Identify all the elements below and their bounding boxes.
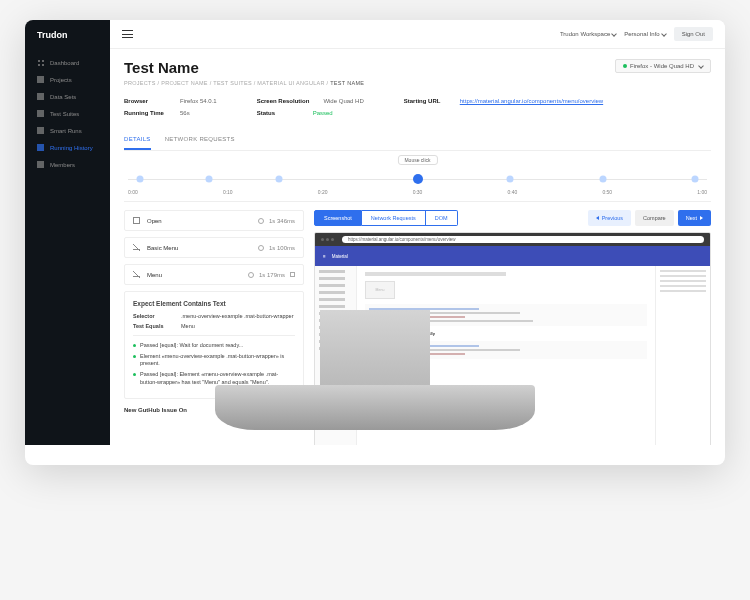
compare-button[interactable]: Compare xyxy=(635,210,674,226)
nav-running-history[interactable]: Running History xyxy=(25,139,110,156)
breadcrumb: PROJECTS / PROJECT NAME / TEST SUITES / … xyxy=(124,80,711,86)
nav-smartruns[interactable]: Smart Runs xyxy=(25,122,110,139)
timeline-ticks: 0:000:100:200:300:400:501:00 xyxy=(128,189,707,195)
nav-label: Dashboard xyxy=(50,60,79,66)
step-row[interactable]: Basic Menu 1s 100ms xyxy=(124,237,304,258)
stack-icon xyxy=(37,93,44,100)
personal-menu[interactable]: Personal Info xyxy=(624,31,665,37)
step-name: Open xyxy=(147,218,162,224)
step-time: 1s 179ms xyxy=(259,272,285,278)
previous-button[interactable]: Previous xyxy=(588,210,631,226)
expand-icon[interactable] xyxy=(290,272,295,277)
timeline-marker[interactable] xyxy=(136,176,143,183)
detail-value: .menu-overview-example .mat-button-wrapp… xyxy=(181,313,294,319)
viewer-panel: Screenshot Network Requests DOM Previous… xyxy=(314,210,711,445)
nav-label: Smart Runs xyxy=(50,128,82,134)
section-heading: Toggling the menu programmatically xyxy=(365,331,647,336)
timeline-marker[interactable] xyxy=(275,176,282,183)
crumb[interactable]: PROJECT NAME xyxy=(161,80,208,86)
nav-dashboard[interactable]: Dashboard xyxy=(25,54,110,71)
arrow-left-icon xyxy=(596,216,599,220)
crumb[interactable]: MATERIAL UI ANGULAR xyxy=(257,80,324,86)
chevron-down-icon xyxy=(611,32,617,38)
meta-label: Screen Resolution xyxy=(257,98,310,104)
timeline-marker[interactable] xyxy=(206,176,213,183)
crumb[interactable]: TEST SUITES xyxy=(213,80,252,86)
list-icon xyxy=(37,110,44,117)
detail-value: Menu xyxy=(181,323,195,329)
detail-label: Test Equals xyxy=(133,323,171,329)
meta-grid: BrowserFirefox 54.0.1 Running Time56s Sc… xyxy=(124,98,711,116)
assertion-item: Element «menu-overview-example .mat-butt… xyxy=(133,353,295,367)
timeline-track[interactable] xyxy=(128,175,707,183)
timeline-marker-active[interactable] xyxy=(413,174,423,184)
screenshot-viewer: https://material.angular.io/components/m… xyxy=(314,232,711,445)
starting-url-link[interactable]: https://material.angular.io/components/m… xyxy=(460,98,603,104)
nav-label: Projects xyxy=(50,77,72,83)
seg-screenshot[interactable]: Screenshot xyxy=(314,210,362,226)
menu-demo-box: Menu xyxy=(365,281,395,299)
crumb-current: TEST NAME xyxy=(330,80,364,86)
timeline-event-badge: Mouse click xyxy=(397,155,437,165)
page-title: Test Name xyxy=(124,59,199,76)
meta-label: Running Time xyxy=(124,110,166,116)
assertion-list: Passed [equal]: Wait for document ready.… xyxy=(133,335,295,386)
nav-datasets[interactable]: Data Sets xyxy=(25,88,110,105)
site-toc xyxy=(655,266,710,445)
timeline-marker[interactable] xyxy=(599,176,606,183)
step-name: Basic Menu xyxy=(147,245,178,251)
open-icon xyxy=(133,217,140,224)
nav-projects[interactable]: Projects xyxy=(25,71,110,88)
meta-value-status: Passed xyxy=(313,110,333,116)
text-icon xyxy=(133,271,140,278)
sidebar: Trudon Dashboard Projects Data Sets Test… xyxy=(25,20,110,445)
content: Test Name Firefox - Wide Quad HD PROJECT… xyxy=(110,49,725,445)
tab-network[interactable]: NETWORK REQUESTS xyxy=(165,130,235,150)
meta-label: Browser xyxy=(124,98,166,104)
window-controls-icon xyxy=(321,238,334,241)
nav-label: Data Sets xyxy=(50,94,76,100)
chevron-down-icon xyxy=(661,32,667,38)
chevron-down-icon xyxy=(698,63,704,69)
next-button[interactable]: Next xyxy=(678,210,711,226)
text-icon xyxy=(133,244,140,251)
step-row[interactable]: Open 1s 346ms xyxy=(124,210,304,231)
site-header: ≡Material xyxy=(315,246,710,266)
status-dot-icon xyxy=(623,64,627,68)
nav-label: Running History xyxy=(50,145,93,151)
brand-logo: Trudon xyxy=(25,20,110,50)
clock-icon xyxy=(258,218,264,224)
meta-value: Wide Quad HD xyxy=(323,98,363,104)
seg-network[interactable]: Network Requests xyxy=(362,210,426,226)
step-row[interactable]: Menu 1s 179ms xyxy=(124,264,304,285)
detail-heading: Expect Element Contains Text xyxy=(133,300,295,307)
workspace-menu[interactable]: Trudon Workspace xyxy=(560,31,616,37)
main: Trudon Workspace Personal Info Sign Out … xyxy=(110,20,725,445)
timeline-marker[interactable] xyxy=(507,176,514,183)
browser-url: https://material.angular.io/components/m… xyxy=(342,236,704,243)
user-icon xyxy=(37,161,44,168)
arrow-right-icon xyxy=(700,216,703,220)
grid-icon xyxy=(37,59,44,66)
github-issue-heading: New GutHub Issue On xyxy=(124,407,304,413)
app-root: Trudon Dashboard Projects Data Sets Test… xyxy=(25,20,725,445)
assertion-item: Passed [equal]: Element «menu-overview-e… xyxy=(133,371,295,385)
site-sidebar xyxy=(315,266,357,445)
browser-chrome: https://material.angular.io/components/m… xyxy=(315,233,710,246)
signout-button[interactable]: Sign Out xyxy=(674,27,713,41)
timeline-marker[interactable] xyxy=(692,176,699,183)
meta-value: Firefox 54.0.1 xyxy=(180,98,217,104)
meta-label: Starting URL xyxy=(404,98,446,104)
browser-badge[interactable]: Firefox - Wide Quad HD xyxy=(615,59,711,73)
clock-icon xyxy=(248,272,254,278)
hamburger-icon[interactable] xyxy=(122,30,133,38)
topbar: Trudon Workspace Personal Info Sign Out xyxy=(110,20,725,49)
seg-dom[interactable]: DOM xyxy=(426,210,458,226)
nav-members[interactable]: Members xyxy=(25,156,110,173)
tab-details[interactable]: DETAILS xyxy=(124,130,151,150)
assertion-item: Passed [equal]: Wait for document ready.… xyxy=(133,342,295,349)
clock-icon xyxy=(258,245,264,251)
history-icon xyxy=(37,144,44,151)
nav-testsuites[interactable]: Test Suites xyxy=(25,105,110,122)
crumb[interactable]: PROJECTS xyxy=(124,80,156,86)
